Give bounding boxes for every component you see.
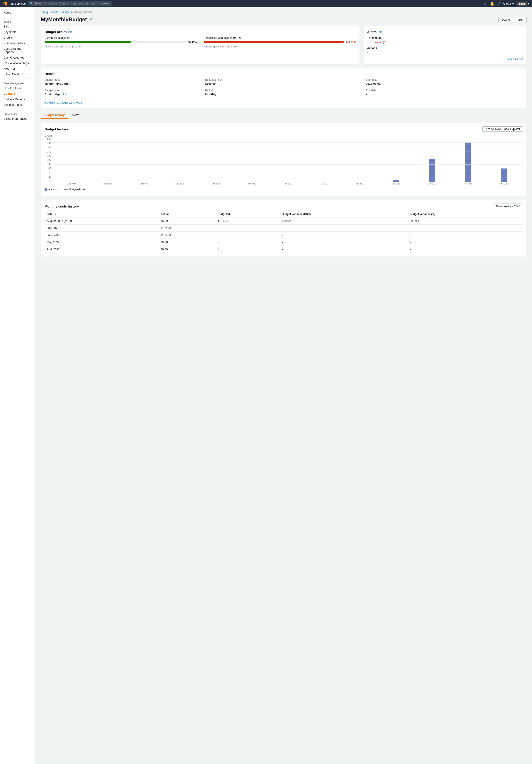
sidebar-item-credits[interactable]: Credits: [0, 35, 35, 40]
budget-type-label: Budget type: [45, 89, 202, 92]
sidebar-item-bills[interactable]: Bills: [0, 24, 35, 29]
health-metrics: Current vs. budgeted 60.91% Amount spent…: [45, 36, 356, 48]
sidebar-item-billing-preferences[interactable]: Billing preferences: [0, 116, 35, 121]
page-title-info[interactable]: Info: [89, 18, 93, 21]
breadcrumb-sep-2: ›: [73, 11, 74, 14]
sidebar-item-cost-usage-reports[interactable]: Cost & Usage Reports: [0, 46, 35, 55]
chart-legend: Actual cost Budgeted cost: [45, 188, 523, 191]
chevron-down-icon: ▾: [512, 2, 514, 5]
period-label: Period: [205, 89, 362, 92]
table-cell-budgeted: -: [216, 239, 280, 246]
table-cell-actual: $105.90: [158, 232, 216, 239]
budget-name-label: Budget name: [45, 78, 202, 82]
help-icon[interactable]: ?: [498, 2, 500, 6]
view-cost-explorer-button[interactable]: ↗ View in AWS Cost Explorer: [482, 126, 523, 132]
sidebar-item-payments[interactable]: Payments: [0, 29, 35, 35]
warning-icon: ⚠: [367, 41, 370, 44]
additional-params[interactable]: ▶ Additional budget parameters: [45, 98, 523, 104]
services-label: Services: [15, 2, 26, 5]
sidebar-item-budgets-reports[interactable]: Budgets Reports: [0, 96, 35, 102]
region-selector[interactable]: Global ▾: [503, 2, 514, 5]
bar-actual: [393, 180, 399, 182]
table-row: May 2022$9.68---: [45, 239, 523, 246]
services-button[interactable]: ⊞ Services: [11, 2, 26, 5]
sidebar-divider-2: [0, 78, 35, 79]
y-axis: 200 180 160 140 120 100 80 60 40 20 0: [45, 138, 52, 182]
chart-body: [53, 138, 523, 182]
tab-alerts[interactable]: Alerts: [68, 111, 83, 119]
col-budgeted[interactable]: Budgeted: [216, 211, 280, 217]
monthly-costs-card: Monthly costs history Download as CSV Da…: [41, 200, 527, 257]
actions-value: -: [367, 51, 523, 54]
budget-name-value: MyMonthlyBudget: [45, 82, 202, 86]
x-label: Jun 2022: [414, 183, 450, 187]
sidebar-item-budgets[interactable]: Budgets: [0, 91, 35, 96]
view-all-alerts-link[interactable]: View all alerts: [367, 58, 523, 61]
external-link-icon: ↗: [26, 73, 28, 76]
download-csv-button[interactable]: Download as CSV: [493, 204, 523, 209]
delete-button[interactable]: Delete: [498, 17, 513, 22]
tab-budget-history[interactable]: Budget history: [41, 111, 68, 119]
sidebar-item-cost-allocation-tags[interactable]: Cost allocation tags: [0, 60, 35, 66]
x-label: Apr 2022: [342, 183, 378, 187]
col-actual[interactable]: Actual: [158, 211, 216, 217]
col-variance-usd[interactable]: Budget variance (USD): [280, 211, 408, 217]
exceeded-alert[interactable]: ⚠ Exceeded (1): [367, 41, 523, 44]
table-cell-variance_usd: $39.09: [280, 217, 408, 225]
sidebar-item-home[interactable]: Home: [0, 10, 35, 15]
sidebar-item-cost-categories[interactable]: Cost Categories: [0, 55, 35, 60]
breadcrumb-sep-1: ›: [60, 11, 61, 14]
legend-actual-box: [45, 188, 47, 191]
col-date[interactable]: Date ▲: [45, 211, 158, 217]
table-cell-variance_pct: -: [408, 225, 523, 232]
table-row: June 2022$105.90---: [45, 232, 523, 239]
table-header-row: Monthly costs history Download as CSV: [45, 204, 523, 209]
table-cell-actual: $182.28: [158, 225, 216, 232]
budget-type-info[interactable]: Info: [63, 93, 68, 96]
sidebar: Home Billing Bills Payments Credits Purc…: [0, 7, 36, 764]
external-link-icon-2: ↗: [23, 103, 25, 106]
breadcrumb-budgets[interactable]: Budgets: [62, 11, 72, 14]
sidebar-divider: [0, 17, 35, 17]
aws-logo[interactable]: [3, 2, 9, 6]
search-bar[interactable]: 🔍 [Option+S]: [28, 1, 112, 6]
sidebar-section-preferences: Preferences: [0, 110, 35, 116]
legend-actual: Actual cost: [45, 188, 60, 191]
sidebar-item-cost-explorer[interactable]: Cost Explorer: [0, 86, 35, 91]
table-row: August 2022 (MTD)$60.92$100.00$39.0939.0…: [45, 217, 523, 225]
top-navigation: ⊞ Services 🔍 [Option+S] ✉ 🔔 ? Global ▾ ▮…: [0, 0, 532, 7]
chart-area: Cost ($) 200 180 160 140 120 100 80 60 4…: [45, 134, 523, 191]
budget-type-value: Cost budget Info: [45, 93, 202, 96]
bell-icon[interactable]: 🔔: [490, 2, 494, 6]
page-title: MyMonthlyBudget Info: [41, 16, 93, 23]
edit-button[interactable]: Edit: [515, 17, 527, 22]
mail-icon[interactable]: ✉: [483, 2, 486, 6]
sidebar-section-billing: Billing: [0, 18, 35, 24]
table-cell-actual: $0.00: [158, 246, 216, 253]
col-variance-pct[interactable]: Budget variance (%): [408, 211, 523, 217]
sidebar-divider-3: [0, 109, 35, 109]
grid-40: [53, 173, 523, 173]
account-selector[interactable]: ▮▮▮▮ ▾: [517, 2, 529, 6]
alerts-info[interactable]: Info: [378, 30, 382, 34]
bar-actual: [429, 159, 436, 182]
breadcrumb-billing-console[interactable]: Billing Console: [41, 11, 58, 14]
exceeded-link[interactable]: Exceeded (1): [370, 41, 386, 44]
x-label: Dec 2021: [198, 183, 234, 187]
sidebar-item-free-tier[interactable]: Free Tier: [0, 66, 35, 72]
actions-section: Actions -: [367, 47, 523, 54]
search-input[interactable]: [35, 2, 99, 5]
sidebar-item-billing-conductor[interactable]: Billing Conductor ↗: [0, 72, 35, 77]
alerts-card: Alerts Info Thresholds ⚠ Exceeded (1) Ac…: [363, 26, 527, 65]
sidebar-item-purchase-orders[interactable]: Purchase orders: [0, 40, 35, 46]
x-label: Mar 2022: [306, 183, 342, 187]
grid-140: [53, 151, 523, 151]
table-cell-variance_pct: -: [408, 246, 523, 253]
chevron-down-icon: ▾: [528, 2, 529, 5]
budget-health-info[interactable]: Info: [68, 30, 73, 34]
chevron-right-icon: ▶: [45, 101, 47, 104]
main-content: Billing Console › Budgets › Budget detai…: [36, 7, 532, 764]
sidebar-item-savings-plans[interactable]: Savings Plans ↗: [0, 102, 35, 107]
details-grid: Budget name MyMonthlyBudget Budget amoun…: [45, 78, 523, 96]
x-label: Feb 2022: [270, 183, 306, 187]
